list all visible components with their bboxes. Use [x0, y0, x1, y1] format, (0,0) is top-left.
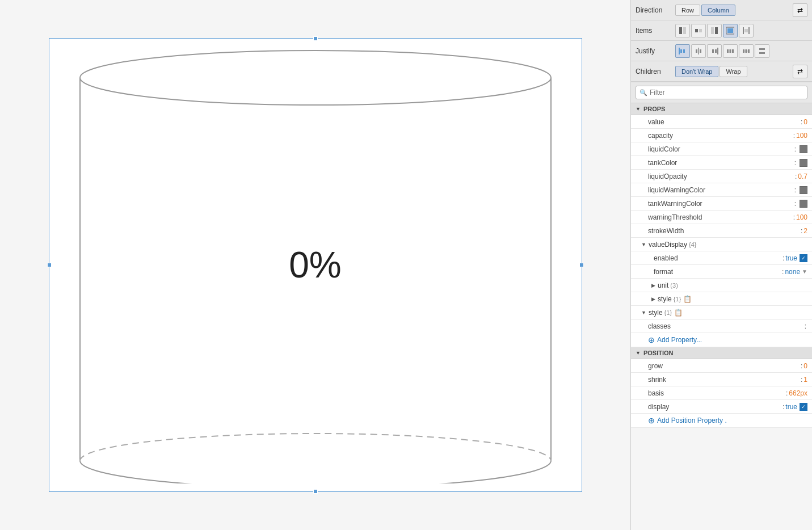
items-btn-3[interactable]	[707, 24, 722, 37]
handle-bottom-center[interactable]	[313, 489, 318, 494]
props-panel[interactable]: ▼ PROPS value : 0 capacity : 100 liquidC…	[631, 103, 812, 530]
prop-count-style: {1}	[664, 309, 672, 316]
items-btn-4[interactable]	[723, 24, 738, 37]
canvas-area: 0%	[0, 0, 630, 530]
prop-name-grow: grow	[648, 362, 800, 370]
svg-rect-15	[680, 49, 682, 53]
children-no-wrap-button[interactable]: Don't Wrap	[675, 66, 718, 77]
value-display-row[interactable]: ▼ valueDisplay {4}	[631, 238, 812, 251]
items-btn-2[interactable]	[691, 24, 706, 37]
svg-rect-24	[730, 49, 731, 53]
prop-row-stroke-width: strokeWidth : 2	[631, 224, 812, 238]
handle-top-center[interactable]	[313, 36, 318, 41]
prop-value-display: true	[785, 403, 797, 411]
prop-row-liquid-color: liquidColor :	[631, 142, 812, 156]
prop-row-capacity: capacity : 100	[631, 129, 812, 142]
liquid-color-swatch[interactable]	[800, 145, 807, 153]
add-property-row[interactable]: ⊕ Add Property...	[631, 333, 812, 347]
format-dropdown-icon[interactable]: ▼	[802, 268, 807, 275]
position-section-header[interactable]: ▼ POSITION	[631, 347, 812, 359]
svg-rect-13	[744, 29, 748, 32]
direction-row: Direction Row Column ⇄	[631, 0, 812, 20]
prop-value-warning-threshold[interactable]: 100	[796, 213, 807, 221]
justify-btn-4[interactable]	[723, 44, 738, 58]
justify-buttons	[675, 44, 807, 58]
justify-btn-6[interactable]	[755, 44, 769, 58]
prop-name-capacity: capacity	[648, 132, 792, 140]
prop-value-stroke-width[interactable]: 2	[803, 227, 807, 235]
unit-row[interactable]: ▶ unit (3)	[631, 279, 812, 292]
expand-icon-value-display: ▼	[641, 242, 646, 247]
filter-row: 🔍	[631, 82, 812, 103]
svg-rect-18	[696, 49, 697, 53]
children-wrap-button[interactable]: Wrap	[720, 66, 747, 77]
prop-name-enabled: enabled	[654, 254, 781, 262]
items-btn-1[interactable]	[675, 24, 690, 37]
expand-icon-unit: ▶	[651, 283, 655, 288]
prop-row-liquid-opacity: liquidOpacity : 0.7	[631, 170, 812, 183]
justify-row: Justify	[631, 41, 812, 61]
prop-value-value[interactable]: 0	[803, 118, 807, 126]
direction-reverse-button[interactable]: ⇄	[793, 3, 807, 17]
display-checkbox[interactable]: ✓	[800, 403, 807, 411]
right-panel: Direction Row Column ⇄ Items	[630, 0, 812, 530]
justify-btn-3[interactable]	[707, 44, 722, 58]
prop-value-capacity[interactable]: 100	[796, 132, 807, 140]
prop-name-basis: basis	[648, 389, 785, 397]
tank-value-label: 0%	[289, 244, 342, 286]
prop-row-tank-color: tankColor :	[631, 156, 812, 170]
svg-rect-6	[699, 29, 702, 32]
add-position-property-label[interactable]: Add Position Property .	[657, 417, 727, 424]
direction-buttons: Row Column	[675, 5, 790, 16]
prop-name-value-display: valueDisplay	[649, 241, 687, 249]
prop-value-format: none	[785, 268, 800, 276]
prop-row-classes: classes :	[631, 319, 812, 333]
svg-rect-10	[727, 28, 733, 33]
children-reverse-button[interactable]: ⇄	[793, 65, 807, 78]
prop-name-warning-threshold: warningThreshold	[648, 213, 792, 221]
style-icon[interactable]: 📋	[674, 309, 683, 317]
style-sub-row[interactable]: ▶ style {1} 📋	[631, 292, 812, 306]
justify-btn-2[interactable]	[691, 44, 706, 58]
items-btn-5[interactable]	[739, 24, 754, 37]
prop-name-liquid-color: liquidColor	[648, 145, 793, 153]
add-position-property-icon: ⊕	[648, 416, 655, 425]
add-position-property-row[interactable]: ⊕ Add Position Property .	[631, 414, 812, 428]
handle-left-center[interactable]	[47, 263, 52, 267]
prop-name-unit: unit	[658, 281, 668, 289]
svg-rect-25	[732, 49, 734, 53]
svg-rect-23	[727, 49, 729, 53]
svg-rect-21	[712, 49, 714, 53]
items-buttons	[675, 24, 807, 37]
tank-color-swatch[interactable]	[800, 159, 807, 167]
prop-value-basis[interactable]: 662px	[789, 389, 807, 397]
svg-rect-8	[715, 27, 718, 34]
filter-input[interactable]	[636, 86, 807, 99]
svg-point-0	[80, 51, 551, 105]
prop-row-enabled: enabled : true ✓	[631, 251, 812, 265]
prop-name-shrink: shrink	[648, 376, 800, 384]
handle-right-center[interactable]	[579, 263, 584, 267]
prop-value-liquid-opacity[interactable]: 0.7	[798, 173, 807, 180]
props-section-header[interactable]: ▼ PROPS	[631, 103, 812, 115]
add-property-label[interactable]: Add Property...	[657, 336, 702, 344]
items-row: Items	[631, 20, 812, 41]
prop-row-basis: basis : 662px	[631, 386, 812, 400]
prop-value-shrink[interactable]: 1	[803, 376, 807, 384]
tank-container: 0%	[60, 47, 571, 483]
children-buttons: Don't Wrap Wrap	[675, 66, 790, 77]
justify-btn-1[interactable]	[675, 44, 690, 58]
tank-warning-color-swatch[interactable]	[800, 200, 807, 208]
justify-btn-5[interactable]	[739, 44, 754, 58]
liquid-warning-color-swatch[interactable]	[800, 186, 807, 194]
style-group-row[interactable]: ▼ style {1} 📋	[631, 306, 812, 319]
svg-rect-22	[715, 49, 717, 53]
enabled-checkbox[interactable]: ✓	[800, 254, 807, 262]
component-wrapper[interactable]: 0%	[49, 38, 582, 492]
style-sub-icon[interactable]: 📋	[683, 295, 692, 303]
prop-name-style: style	[649, 309, 663, 317]
prop-name-style-sub: style	[658, 295, 672, 303]
direction-column-button[interactable]: Column	[701, 5, 735, 16]
prop-value-grow[interactable]: 0	[803, 362, 807, 370]
direction-row-button[interactable]: Row	[675, 5, 700, 16]
